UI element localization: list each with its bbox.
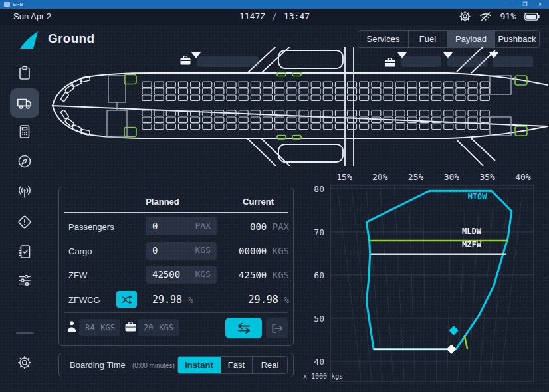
- seat: [166, 117, 175, 123]
- tab-payload[interactable]: Payload: [447, 31, 495, 47]
- sidebar-item-navigation[interactable]: [10, 147, 39, 176]
- seat: [419, 110, 429, 116]
- marker-gross-weight-point: [449, 326, 459, 336]
- sidebar-item-atc[interactable]: [10, 177, 39, 207]
- seat: [299, 88, 308, 94]
- seat: [275, 117, 284, 123]
- seat: [407, 95, 417, 101]
- seat: [348, 82, 357, 88]
- boarding-time-card: Boarding Time (0:00 minutes) Instant Fas…: [58, 353, 294, 377]
- per-bag-weight-value: 20: [144, 323, 153, 332]
- seat: [215, 95, 224, 101]
- seat: [360, 110, 369, 116]
- seat: [178, 124, 187, 130]
- per-pax-weight-value: 84: [85, 323, 94, 332]
- cargo-input[interactable]: 0 KGS: [146, 242, 217, 260]
- zfwcg-current-value: 29.98: [249, 294, 278, 306]
- seat: [323, 124, 332, 130]
- seat: [227, 124, 236, 130]
- passengers-current-unit: PAX: [273, 221, 289, 232]
- seat: [444, 82, 453, 88]
- per-bag-weight-unit: KGS: [159, 323, 173, 332]
- seat: [432, 82, 441, 88]
- seat: [407, 88, 417, 94]
- sidebar-item-dashboard[interactable]: [10, 58, 39, 88]
- window-minimize-button[interactable]: —: [506, 1, 512, 7]
- clock-separator: /: [272, 11, 277, 21]
- seat: [456, 110, 465, 116]
- page-title: Ground: [48, 31, 94, 46]
- seat: [311, 117, 320, 123]
- battery-icon: [524, 13, 540, 21]
- sidebar-item-checklists[interactable]: [10, 237, 39, 266]
- boarding-speed-fast[interactable]: Fast: [221, 357, 253, 373]
- app-icon: [4, 2, 10, 7]
- seat: [227, 95, 236, 101]
- limit-label-mldw: MLDW: [462, 227, 482, 236]
- seat: [215, 82, 224, 88]
- window-titlebar: EFB — ❐ ✕: [0, 0, 549, 9]
- seat: [480, 82, 489, 88]
- cargo-input-aft-2[interactable]: [447, 56, 487, 67]
- boarding-speed-real[interactable]: Real: [253, 357, 287, 373]
- seat: [480, 88, 489, 94]
- tab-services[interactable]: Services: [358, 31, 409, 47]
- seat: [384, 124, 393, 130]
- seat: [372, 124, 381, 130]
- tab-pushback[interactable]: Pushback: [495, 31, 539, 47]
- tab-fuel[interactable]: Fuel: [409, 31, 447, 47]
- seat: [263, 88, 273, 94]
- y-tick-label: 70: [314, 227, 324, 237]
- seat: [178, 82, 187, 88]
- load-transfer-button[interactable]: [225, 318, 262, 338]
- seat: [480, 95, 489, 101]
- sidebar-item-presets[interactable]: [10, 266, 39, 295]
- seat: [215, 117, 224, 123]
- cargo-input-aft-1[interactable]: [401, 56, 441, 67]
- cargo-input-aft-3[interactable]: [493, 56, 533, 67]
- cargo-current-unit: KGS: [273, 246, 289, 256]
- seat: [142, 110, 152, 116]
- sidebar-item-failures[interactable]: [10, 207, 39, 237]
- row-label-zfw: ZFW: [68, 270, 87, 280]
- seat: [468, 110, 477, 116]
- sidebar-item-ground[interactable]: [10, 88, 39, 118]
- seat: [154, 110, 164, 116]
- zfwcg-randomize-button[interactable]: [116, 291, 137, 308]
- column-header-current: Current: [233, 197, 283, 207]
- window-title: EFB: [13, 1, 506, 7]
- seat: [407, 117, 417, 123]
- window-maximize-button[interactable]: ❐: [522, 1, 527, 7]
- gear-icon[interactable]: [459, 11, 471, 22]
- zfwcg-current: 29.98 %: [249, 294, 289, 306]
- boarding-speed-instant[interactable]: Instant: [178, 357, 221, 373]
- deboard-button[interactable]: [266, 318, 288, 338]
- seat: [384, 95, 393, 101]
- per-pax-weight-input[interactable]: 84 KGS: [79, 319, 120, 336]
- seat: [419, 95, 429, 101]
- seat: [142, 82, 152, 88]
- boarding-speed-segmented-control: Instant Fast Real: [177, 356, 288, 374]
- zfw-input[interactable]: 42500 KGS: [146, 266, 217, 284]
- row-label-cargo: Cargo: [68, 246, 92, 256]
- seat: [299, 110, 308, 116]
- seat: [311, 95, 320, 101]
- seat: [468, 124, 477, 130]
- seat: [419, 124, 429, 130]
- seat: [444, 95, 453, 101]
- seat: [227, 82, 236, 88]
- seat: [480, 110, 489, 116]
- window-close-button[interactable]: ✕: [538, 1, 542, 7]
- zfw-unit: KGS: [195, 269, 211, 279]
- x-tick-label: 35%: [479, 172, 495, 182]
- passengers-input[interactable]: 0 PAX: [146, 217, 217, 235]
- grid-cg-line: [479, 185, 494, 381]
- sidebar-item-settings[interactable]: [10, 348, 39, 377]
- per-bag-weight-input[interactable]: 20 KGS: [138, 319, 179, 336]
- sidebar-item-performance[interactable]: [10, 117, 39, 146]
- seat: [191, 82, 200, 88]
- seat: [287, 124, 296, 130]
- seat: [384, 88, 393, 94]
- wifi-off-icon[interactable]: [479, 11, 492, 22]
- cargo-input-fwd[interactable]: [197, 56, 259, 67]
